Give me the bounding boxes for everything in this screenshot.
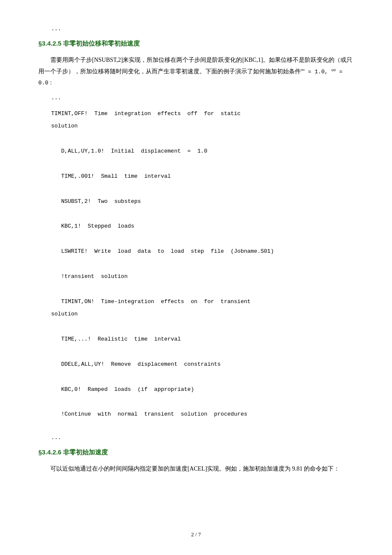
- page-footer: 2 / 7: [0, 531, 392, 538]
- code-line-1: TIMINT,OFF! Time integration effects off…: [38, 109, 354, 119]
- code-line-2: solution: [38, 121, 354, 131]
- top-ellipsis: ...: [38, 26, 354, 32]
- mid-ellipsis: ...: [38, 95, 354, 101]
- code-line-3: D,ALL,UY,1.0! Initial displacement = 1.0: [38, 146, 354, 156]
- code-blank-10: [38, 372, 354, 382]
- section-325-para1: 需要用两个子步[NSUBST,2]来实现，所加位移在两个子步间是阶跃变化的[KB…: [38, 55, 354, 89]
- code-blank-3: [38, 184, 354, 194]
- code-line-10: solution: [38, 309, 354, 319]
- code-line-4: TIME,.001! Small time interval: [38, 171, 354, 181]
- code-line-13: KBC,0! Ramped loads (if appropriate): [38, 384, 354, 394]
- code-blank-4: [38, 209, 354, 219]
- code-blank-2: [38, 159, 354, 169]
- code-blank-5: [38, 234, 354, 244]
- page: ... §3.4.2.5 非零初始位移和零初始速度 需要用两个子步[NSUBST…: [0, 0, 392, 555]
- code-line-11: TIME,...! Realistic time interval: [38, 334, 354, 344]
- section-326-para1: 可以近似地通过在小的时间间隔内指定要加的加速度[ACEL]实现。例如，施加初始加…: [38, 463, 354, 475]
- code-blank-6: [38, 259, 354, 269]
- code-blank-12: [38, 422, 354, 432]
- code-blank-1: [38, 134, 354, 144]
- code-blank-11: [38, 397, 354, 407]
- code-line-7: LSWRITE! Write load data to load step fi…: [38, 246, 354, 256]
- section-325-heading: §3.4.2.5 非零初始位移和零初始速度: [38, 40, 354, 48]
- section-326-heading: §3.4.2.6 非零初始加速度: [38, 448, 354, 457]
- code-line-8: !transient solution: [38, 272, 354, 281]
- code-line-5: NSUBST,2! Two substeps: [38, 197, 354, 206]
- page-number: 2 / 7: [191, 531, 201, 538]
- code-blank-8: [38, 322, 354, 332]
- code-blank-9: [38, 347, 354, 356]
- code-line-14: !Continue with normal transient solution…: [38, 409, 354, 419]
- code-line-6: KBC,1! Stepped loads: [38, 221, 354, 231]
- para1-superscript: uo: [301, 68, 305, 75]
- code-line-12: DDELE,ALL,UY! Remove displacement constr…: [38, 359, 354, 369]
- code-line-9: TIMINT,ON! Time-integration effects on f…: [38, 297, 354, 306]
- code-blank-7: [38, 284, 354, 294]
- code-ellipsis-end: ...: [38, 434, 354, 441]
